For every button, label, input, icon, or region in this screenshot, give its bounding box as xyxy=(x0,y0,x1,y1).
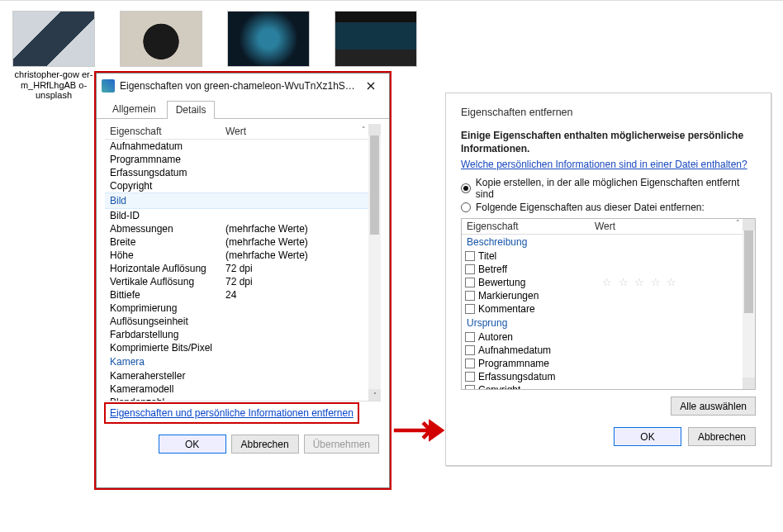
checkbox[interactable] xyxy=(465,264,475,274)
property-name: Erfassungsdatum xyxy=(110,166,225,179)
property-row[interactable]: Aufnahmedatum xyxy=(105,140,381,153)
radio-remove-selected[interactable]: Folgende Eigenschaften aus dieser Datei … xyxy=(461,202,756,213)
property-row[interactable]: Kamerahersteller xyxy=(105,369,381,382)
item-label: Programmname xyxy=(478,357,549,370)
property-row[interactable]: Breite(mehrfache Werte) xyxy=(105,235,381,249)
thumbnail-item[interactable]: christopher-gow er-m_HRfLhgAB o-unsplash xyxy=(12,11,95,101)
property-row[interactable]: Komprimierte Bits/Pixel xyxy=(105,341,381,354)
button-row: OK Abbrechen Übernehmen xyxy=(97,428,389,463)
property-name: Bittiefe xyxy=(110,288,225,302)
ok-button[interactable]: OK xyxy=(614,427,681,446)
property-name: Komprimierte Bits/Pixel xyxy=(110,341,225,354)
scroll-up-icon[interactable] xyxy=(743,219,755,230)
cancel-button[interactable]: Abbrechen xyxy=(688,427,756,446)
ok-button[interactable]: OK xyxy=(159,435,226,454)
removable-item[interactable]: Erfassungsdatum xyxy=(462,370,755,383)
property-row[interactable]: Abmessungen(mehrfache Werte) xyxy=(105,222,381,235)
item-label: Titel xyxy=(478,249,496,263)
removable-item[interactable]: Programmname xyxy=(462,357,755,370)
removable-item[interactable]: Markierungen xyxy=(462,289,755,302)
property-row[interactable]: Horizontale Auflösung72 dpi xyxy=(105,262,381,275)
property-value: 24 xyxy=(225,288,236,302)
thumbnail-image xyxy=(120,11,202,67)
scrollbar-thumb[interactable] xyxy=(370,135,379,235)
removable-item[interactable]: Betreff xyxy=(462,263,755,276)
item-label: Markierungen xyxy=(478,289,539,302)
chevron-up-icon: ˄ xyxy=(736,219,740,227)
cancel-button[interactable]: Abbrechen xyxy=(231,435,299,454)
tab-general[interactable]: Allgemein xyxy=(103,100,165,118)
radio-label: Kopie erstellen, in der alle möglichen E… xyxy=(476,177,756,200)
chevron-up-icon: ˄ xyxy=(362,126,366,134)
property-row[interactable]: Höhe(mehrfache Werte) xyxy=(105,249,381,262)
removable-item[interactable]: Titel xyxy=(462,249,755,263)
description-text: Einige Eigenschaften enthalten möglicher… xyxy=(461,130,756,155)
property-name: Bild-ID xyxy=(110,209,225,222)
property-row[interactable]: Farbdarstellung xyxy=(105,328,381,341)
property-row[interactable]: Copyright xyxy=(105,179,381,192)
property-row[interactable]: Auflösungseinheit xyxy=(105,315,381,328)
property-name: Kameramodell xyxy=(110,382,225,396)
group-kamera: Kamera xyxy=(105,354,381,369)
scrollbar-vertical[interactable]: ˅ xyxy=(368,124,381,401)
property-row[interactable]: Vertikale Auflösung72 dpi xyxy=(105,275,381,288)
checkbox[interactable] xyxy=(465,345,475,355)
tab-details[interactable]: Details xyxy=(167,101,216,119)
checkbox[interactable] xyxy=(465,291,475,301)
checkbox[interactable] xyxy=(465,278,475,287)
scroll-down-icon[interactable] xyxy=(743,378,755,389)
property-row[interactable]: Blendenzahl xyxy=(105,396,381,401)
apply-button[interactable]: Übernehmen xyxy=(304,435,379,454)
help-link[interactable]: Welche persönlichen Informationen sind i… xyxy=(461,159,747,170)
checkbox[interactable] xyxy=(465,304,475,314)
property-name: Aufnahmedatum xyxy=(110,140,225,153)
property-row[interactable]: Programmname xyxy=(105,153,381,166)
property-value: (mehrfache Werte) xyxy=(225,235,308,249)
scroll-down-icon[interactable]: ˅ xyxy=(368,389,381,401)
file-icon xyxy=(102,79,115,93)
removable-item[interactable]: Bewertung☆ ☆ ☆ ☆ ☆ xyxy=(462,276,755,289)
property-value: (mehrfache Werte) xyxy=(225,249,308,262)
radio-icon xyxy=(461,183,471,193)
removable-item[interactable]: Aufnahmedatum xyxy=(462,344,755,357)
thumbnail-image xyxy=(335,11,417,67)
group-beschreibung: Beschreibung xyxy=(462,235,755,249)
item-label: Aufnahmedatum xyxy=(478,344,551,357)
checkbox[interactable] xyxy=(465,332,475,342)
property-value: 72 dpi xyxy=(225,275,253,288)
checkbox[interactable] xyxy=(465,385,475,390)
scrollbar-thumb[interactable] xyxy=(744,230,753,313)
item-label: Copyright xyxy=(478,383,520,390)
property-row[interactable]: Bittiefe24 xyxy=(105,288,381,302)
thumbnail-label: christopher-gow er-m_HRfLhgAB o-unsplash xyxy=(12,69,95,101)
dialog-title: Eigenschaften entfernen xyxy=(461,107,756,118)
tabstrip: Allgemein Details xyxy=(97,98,389,119)
property-list[interactable]: Eigenschaft Wert ˄ AufnahmedatumProgramm… xyxy=(105,124,381,401)
removable-item[interactable]: Copyright xyxy=(462,383,755,390)
dialog-body: Eigenschaften entfernen Einige Eigenscha… xyxy=(446,93,771,453)
removable-item[interactable]: Autoren xyxy=(462,330,755,344)
property-name: Vertikale Auflösung xyxy=(110,275,225,288)
property-row[interactable]: Erfassungsdatum xyxy=(105,166,381,179)
dialog-body: Eigenschaft Wert ˄ AufnahmedatumProgramm… xyxy=(97,119,389,428)
property-row[interactable]: Komprimierung xyxy=(105,302,381,315)
thumbnail-image xyxy=(12,11,95,67)
radio-create-copy[interactable]: Kopie erstellen, in der alle möglichen E… xyxy=(461,177,756,200)
checkbox[interactable] xyxy=(465,372,475,382)
checkbox[interactable] xyxy=(465,359,475,368)
property-row[interactable]: Kameramodell xyxy=(105,382,381,396)
property-name: Farbdarstellung xyxy=(110,328,225,341)
checkbox[interactable] xyxy=(465,251,475,261)
property-name: Auflösungseinheit xyxy=(110,315,225,328)
rating-stars-icon: ☆ ☆ ☆ ☆ ☆ xyxy=(602,276,678,289)
removable-item[interactable]: Kommentare xyxy=(462,302,755,316)
remove-properties-link[interactable]: Eigenschaften und persönliche Informatio… xyxy=(108,406,355,420)
select-all-button[interactable]: Alle auswählen xyxy=(671,397,756,416)
removable-property-list[interactable]: Eigenschaft Wert ˄ Beschreibung TitelBet… xyxy=(461,218,756,390)
scrollbar-vertical[interactable] xyxy=(743,219,755,389)
titlebar[interactable]: Eigenschaften von green-chameleon-WvuTnX… xyxy=(97,74,389,98)
property-row[interactable]: Bild-ID xyxy=(105,209,381,222)
group-ursprung: Ursprung xyxy=(462,316,755,330)
scroll-up-icon[interactable] xyxy=(368,124,381,135)
close-button[interactable] xyxy=(358,76,384,96)
